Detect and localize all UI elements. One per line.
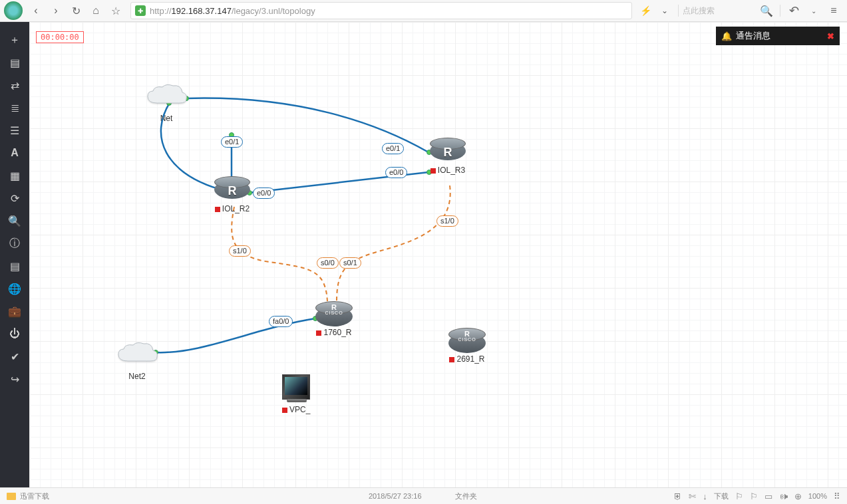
status-stopped	[215, 207, 220, 212]
if-label-s01: s0/1	[339, 257, 361, 269]
if-label-s10-r3: s1/0	[436, 215, 458, 227]
back-button[interactable]: ‹	[27, 1, 45, 20]
if-label-e01-r3: e0/1	[382, 143, 404, 154]
node-label: IOL_R2	[214, 204, 250, 213]
shield-icon: ✚	[135, 5, 146, 16]
sidebar-refresh[interactable]: ⟳	[3, 188, 27, 208]
undo-button[interactable]: ↶	[784, 1, 803, 20]
browser-toolbar: ‹ › ↻ ⌂ ☆ ✚ http://192.168.37.147/legacy…	[0, 0, 847, 22]
sb-resize-icon[interactable]: ⠿	[834, 491, 840, 501]
node-iol-r2[interactable]: R IOL_R2	[214, 180, 250, 213]
sidebar-storage[interactable]: ▤	[3, 53, 27, 72]
sidebar-add[interactable]: ＋	[3, 30, 27, 50]
sb-shield-icon[interactable]: ⛨	[673, 491, 682, 501]
avatar[interactable]	[4, 1, 23, 20]
sb-download-label[interactable]: 下载	[714, 491, 729, 501]
sidebar-power[interactable]: ⏻	[3, 324, 27, 344]
router-icon: RCISCO	[448, 328, 486, 353]
router-icon: R	[214, 180, 250, 203]
status-stopped	[316, 330, 321, 336]
folder-icon	[7, 493, 16, 500]
bell-icon: 🔔	[721, 31, 732, 41]
status-stopped	[282, 408, 287, 413]
sidebar-zoom[interactable]: 🔍	[3, 211, 27, 231]
browser-status-bar: 迅雷下载 2018/5/27 23:16 文件夹 ⛨ ✄ ↓ 下载 ⚐ ⚐ ▭ …	[0, 487, 847, 504]
if-label-fa00: fa0/0	[269, 316, 293, 327]
if-label-s10-r2: s1/0	[229, 245, 251, 257]
sidebar-globe[interactable]: 🌐	[3, 279, 27, 299]
status-folder: 文件夹	[455, 491, 477, 501]
status-left-text: 迅雷下载	[20, 491, 49, 501]
if-label-e00-r3: e0/0	[385, 167, 407, 178]
sb-sound-icon[interactable]: 🕪	[779, 491, 788, 501]
node-2691r[interactable]: RCISCO 2691_R	[448, 328, 486, 364]
router-icon: RCISCO	[315, 301, 353, 326]
sidebar-list[interactable]: ☰	[3, 120, 27, 140]
sidebar-exit[interactable]: ↪	[3, 369, 27, 389]
sidebar-text[interactable]: A	[3, 143, 27, 163]
notice-title: 通告消息	[736, 30, 770, 42]
cloud-icon	[114, 341, 160, 370]
sidebar: ＋ ▤ ⇄ ≣ ☰ A ▦ ⟳ 🔍 ⓘ ▤ 🌐 💼 ⏻ ✔ ↪	[0, 22, 29, 487]
status-date: 2018/5/27 23:16	[369, 492, 422, 500]
sb-zoom-level: 100%	[808, 492, 827, 500]
sb-flag2-icon[interactable]: ⚐	[750, 491, 758, 501]
app-area: ＋ ▤ ⇄ ≣ ☰ A ▦ ⟳ 🔍 ⓘ ▤ 🌐 💼 ⏻ ✔ ↪ 00:00:00…	[0, 22, 847, 487]
url-bar[interactable]: ✚ http://192.168.37.147/legacy/3.unl/top…	[130, 2, 632, 19]
undo-chevron[interactable]: ⌄	[804, 1, 823, 20]
sidebar-swap[interactable]: ⇄	[3, 75, 27, 95]
node-label: 1760_R	[315, 328, 353, 337]
node-net2[interactable]: Net2	[114, 341, 160, 381]
node-vpc[interactable]: VPC_	[282, 374, 310, 414]
topology-canvas[interactable]: 00:00:00 🔔 通告消息 ✖	[29, 22, 847, 487]
reload-button[interactable]: ↻	[67, 1, 85, 20]
sidebar-grid[interactable]: ▦	[3, 166, 27, 186]
favorite-button[interactable]: ☆	[106, 1, 125, 20]
separator	[678, 5, 679, 17]
menu-button[interactable]: ≡	[824, 1, 843, 20]
sidebar-code[interactable]: ▤	[3, 256, 27, 276]
sb-flag-icon[interactable]: ⚐	[735, 491, 743, 501]
node-iol-r3[interactable]: R IOL_R3	[430, 142, 466, 175]
sb-cut-icon[interactable]: ✄	[689, 491, 696, 501]
node-label: VPC_	[282, 405, 310, 414]
sb-zoom-icon[interactable]: ⊕	[794, 491, 802, 501]
node-label: 2691_R	[448, 354, 486, 364]
status-stopped	[449, 357, 454, 362]
sidebar-info[interactable]: ⓘ	[3, 233, 27, 253]
sidebar-briefcase[interactable]: 💼	[3, 301, 27, 321]
node-net[interactable]: Net	[144, 83, 189, 123]
if-label-s00: s0/0	[317, 257, 339, 269]
cloud-icon	[144, 83, 189, 112]
chevron-down-icon[interactable]: ⌄	[655, 1, 674, 20]
status-stopped	[430, 168, 436, 174]
pc-icon	[282, 374, 310, 400]
node-label: Net2	[114, 372, 160, 381]
sidebar-check[interactable]: ✔	[3, 346, 27, 366]
node-label: IOL_R3	[430, 166, 466, 175]
search-icon[interactable]: 🔍	[757, 1, 776, 20]
if-label-e00-r2: e0/0	[253, 188, 275, 199]
search-input[interactable]: 点此搜索	[683, 5, 756, 17]
home-button[interactable]: ⌂	[86, 1, 105, 20]
forward-button[interactable]: ›	[47, 1, 65, 20]
node-1760r[interactable]: RCISCO 1760_R	[315, 301, 353, 337]
node-label: Net	[144, 114, 189, 123]
sidebar-speed[interactable]: ≣	[3, 98, 27, 118]
lightning-icon[interactable]: ⚡	[640, 5, 651, 16]
sb-download-icon[interactable]: ↓	[703, 491, 707, 501]
if-label-e01-r2: e0/1	[221, 136, 243, 148]
close-icon[interactable]: ✖	[827, 31, 834, 41]
router-icon: R	[430, 142, 466, 164]
notice-bar: 🔔 通告消息 ✖	[716, 27, 840, 45]
timer: 00:00:00	[36, 31, 84, 43]
url-text: http://192.168.37.147/legacy/3.unl/topol…	[150, 6, 315, 16]
separator	[780, 5, 780, 17]
sb-window-icon[interactable]: ▭	[764, 491, 772, 501]
